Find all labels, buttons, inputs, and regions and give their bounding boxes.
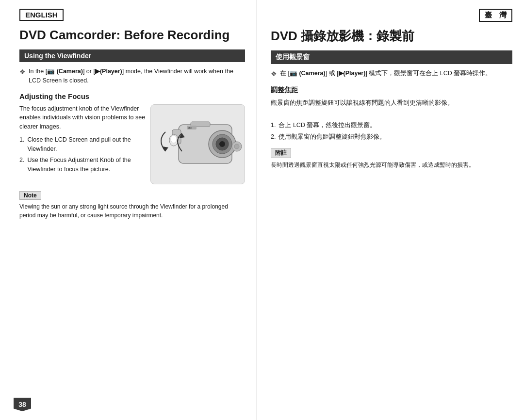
adjusting-focus-section: The focus adjustment knob of the Viewfin… xyxy=(19,104,245,184)
camera-image-container: MIC xyxy=(150,104,245,184)
right-title-row: 臺 灣 xyxy=(271,9,512,27)
note-label-right: 附註 xyxy=(271,148,291,158)
step-1-zh-num: 1. xyxy=(271,121,276,130)
svg-point-7 xyxy=(171,135,177,143)
note-label-left: Note xyxy=(19,191,41,200)
adjusting-focus-title: Adjusting the Focus xyxy=(19,92,245,100)
step-1-text: Close the LCD Screen and pull out the Vi… xyxy=(27,135,146,154)
adjusting-content-zh: 觀景窗的焦距調整旋鈕可以讓視線有問題的人看到更清晰的影像。 1. 合上 LCD … xyxy=(271,98,512,141)
svg-point-4 xyxy=(219,141,225,147)
step-1-zh-text: 合上 LCD 螢幕，然後拉出觀景窗。 xyxy=(278,121,376,130)
page-title-right: DVD 攝錄放影機：錄製前 xyxy=(271,29,512,44)
bullet-diamond-zh-icon: ❖ xyxy=(271,69,277,79)
step-2: 2. Use the Focus Adjustment Knob of the … xyxy=(19,156,146,174)
svg-text:MIC: MIC xyxy=(188,127,193,129)
viewfinder-content-left: ❖ In the [📷 (Camera)] or [▶(Player)] mod… xyxy=(19,67,245,85)
viewfinder-bullet-text-left: In the [📷 (Camera)] or [▶(Player)] mode,… xyxy=(29,67,245,85)
adjusting-focus-title-zh: 調整焦距 xyxy=(271,86,512,95)
step-2-zh-num: 2. xyxy=(271,132,276,142)
step-1-zh: 1. 合上 LCD 螢幕，然後拉出觀景窗。 xyxy=(271,121,512,130)
camera-svg: MIC xyxy=(152,105,244,183)
right-column: 臺 灣 DVD 攝錄放影機：錄製前 使用觀景窗 ❖ 在 [📷 (Camera)]… xyxy=(257,0,524,420)
left-column: ENGLISH DVD Camcorder: Before Recording … xyxy=(0,0,257,420)
adjusting-para: The focus adjustment knob of the Viewfin… xyxy=(19,104,146,131)
svg-point-12 xyxy=(234,144,239,149)
page-number: 38 xyxy=(14,398,31,411)
step-2-text: Use the Focus Adjustment Knob of the Vie… xyxy=(27,156,146,174)
note-text-right: 長時間透過觀景窗直視太陽或任何強烈光源可能導致傷害，或造成暫時的損害。 xyxy=(271,161,512,169)
step-2-zh: 2. 使用觀景窗的焦距調整旋鈕對焦影像。 xyxy=(271,132,512,142)
viewfinder-header-right: 使用觀景窗 xyxy=(271,50,512,64)
step-2-zh-text: 使用觀景窗的焦距調整旋鈕對焦影像。 xyxy=(278,132,386,142)
viewfinder-content-right: ❖ 在 [📷 (Camera)] 或 [▶(Player)] 模式下，觀景窗可在… xyxy=(271,69,512,79)
step-1-num: 1. xyxy=(19,135,24,154)
adjusting-steps: 1. Close the LCD Screen and pull out the… xyxy=(19,135,146,174)
note-box-right: 附註 長時間透過觀景窗直視太陽或任何強烈光源可能導致傷害，或造成暫時的損害。 xyxy=(271,148,512,169)
adjusting-steps-zh: 1. 合上 LCD 螢幕，然後拉出觀景窗。 2. 使用觀景窗的焦距調整旋鈕對焦影… xyxy=(271,121,512,142)
lang-badge-english: ENGLISH xyxy=(19,9,64,21)
viewfinder-header-left: Using the Viewfinder xyxy=(19,49,245,62)
camera-illustration: MIC xyxy=(150,104,245,184)
page-title-left: DVD Camcorder: Before Recording xyxy=(19,28,245,43)
adjusting-focus-text: The focus adjustment knob of the Viewfin… xyxy=(19,104,146,184)
viewfinder-bullet-text-right: 在 [📷 (Camera)] 或 [▶(Player)] 模式下，觀景窗可在合上… xyxy=(280,69,491,79)
note-box-left: Note Viewing the sun or any strong light… xyxy=(19,191,245,220)
step-2-num: 2. xyxy=(19,156,24,174)
viewfinder-bullet-left: ❖ In the [📷 (Camera)] or [▶(Player)] mod… xyxy=(19,67,245,85)
adjusting-para-zh: 觀景窗的焦距調整旋鈕可以讓視線有問題的人看到更清晰的影像。 xyxy=(271,98,512,108)
step-1: 1. Close the LCD Screen and pull out the… xyxy=(19,135,146,154)
viewfinder-bullet-right: ❖ 在 [📷 (Camera)] 或 [▶(Player)] 模式下，觀景窗可在… xyxy=(271,69,512,79)
note-text-left: Viewing the sun or any strong light sour… xyxy=(19,202,245,220)
lang-badge-tw: 臺 灣 xyxy=(479,9,512,22)
page: ENGLISH DVD Camcorder: Before Recording … xyxy=(0,0,524,420)
bullet-diamond-icon: ❖ xyxy=(19,67,26,85)
